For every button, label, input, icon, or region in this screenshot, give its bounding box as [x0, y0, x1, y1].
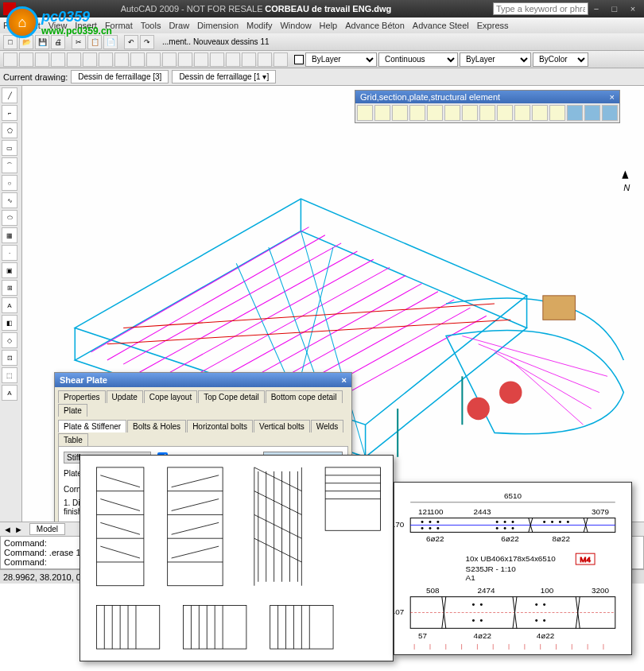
dialog-close-icon[interactable]: × [342, 375, 347, 385]
tab-bolts-holes[interactable]: Bolts & Holes [127, 420, 186, 432]
tb-icon[interactable] [210, 52, 224, 67]
tab-plate-stiffener[interactable]: Plate & Stiffener [58, 420, 126, 432]
menu-advance-beton[interactable]: Advance Béton [345, 21, 405, 30]
polyline-icon[interactable]: ⌐ [2, 105, 17, 121]
polygon-icon[interactable]: ⬠ [2, 122, 17, 138]
svg-point-98 [421, 527, 424, 529]
tb-icon[interactable] [130, 52, 145, 67]
layer-combo[interactable]: ByLayer [305, 52, 377, 67]
lineweight-combo[interactable]: ByLayer [460, 52, 531, 67]
point-icon[interactable]: · [2, 245, 17, 261]
table-icon[interactable]: ⊞ [2, 280, 17, 296]
ft-icon[interactable] [549, 105, 565, 121]
svg-text:4ø22: 4ø22 [473, 631, 491, 640]
ft-icon[interactable] [392, 105, 408, 121]
tool-icon[interactable]: ⬚ [2, 367, 17, 383]
menu-draw[interactable]: Draw [169, 21, 189, 30]
line-icon[interactable]: ╱ [2, 87, 17, 103]
svg-text:407: 407 [394, 607, 404, 616]
tb-icon[interactable] [3, 52, 17, 67]
tb-icon[interactable] [274, 52, 288, 67]
tab-table[interactable]: Table [58, 433, 88, 446]
ft-icon[interactable] [602, 105, 618, 121]
floating-toolbar[interactable]: Grid,section,plate,structural element × [355, 90, 620, 123]
tb-icon[interactable] [114, 52, 129, 67]
maximize-button[interactable]: □ [607, 4, 623, 14]
spline-icon[interactable]: ∿ [2, 192, 17, 208]
plotcolor-combo[interactable]: ByColor [533, 52, 588, 67]
linetype-combo[interactable]: Continuous [378, 52, 458, 67]
minimize-button[interactable]: − [588, 4, 604, 14]
ft-icon[interactable] [462, 105, 478, 121]
tab-bottom-cope[interactable]: Bottom cope detail [266, 390, 343, 403]
tab-vertical-bolts[interactable]: Vertical bolts [254, 420, 310, 432]
tab-properties[interactable]: Properties [58, 390, 106, 403]
ft-icon[interactable] [584, 105, 600, 121]
redo-icon[interactable]: ↷ [140, 35, 154, 49]
menu-express[interactable]: Express [477, 21, 509, 30]
close-button[interactable]: × [625, 4, 641, 14]
tb-icon[interactable] [146, 52, 161, 67]
model-tab[interactable]: Model [29, 523, 65, 535]
tb-icon[interactable] [67, 52, 81, 67]
tb-icon[interactable] [19, 52, 33, 67]
tb-icon[interactable] [83, 52, 97, 67]
tab-welds[interactable]: Welds [311, 420, 344, 432]
svg-text:508: 508 [426, 586, 440, 595]
tool-icon[interactable]: A [2, 385, 17, 401]
ft-icon[interactable] [567, 105, 583, 121]
svg-text:8ø22: 8ø22 [553, 534, 571, 543]
ft-icon[interactable] [444, 105, 460, 121]
tool-icon[interactable]: ◇ [2, 332, 17, 348]
drawing-tab[interactable]: Dessin de ferraillage [1 ▾] [172, 70, 276, 83]
ft-icon[interactable] [497, 105, 513, 121]
menu-window[interactable]: Window [280, 21, 311, 30]
arc-icon[interactable]: ⌒ [2, 157, 17, 173]
ft-icon[interactable] [409, 105, 425, 121]
drawing-tab[interactable]: Dessin de ferraillage [3] [71, 70, 169, 83]
block-icon[interactable]: ▣ [2, 262, 17, 278]
tb-icon[interactable] [242, 52, 256, 67]
svg-point-130 [472, 603, 475, 606]
tb-icon[interactable] [99, 52, 113, 67]
help-search-input[interactable] [493, 2, 588, 15]
svg-point-106 [512, 527, 514, 529]
tb-icon[interactable] [51, 52, 65, 67]
menu-help[interactable]: Help [320, 21, 338, 30]
watermark-url: www.pc0359.cn [41, 25, 112, 37]
menu-modify[interactable]: Modify [246, 21, 272, 30]
svg-point-95 [421, 521, 424, 523]
region-icon[interactable]: ◧ [2, 315, 17, 331]
ft-icon[interactable] [479, 105, 495, 121]
tb-icon[interactable] [35, 52, 49, 67]
ft-icon[interactable] [374, 105, 390, 121]
tb-icon[interactable] [226, 52, 240, 67]
undo-icon[interactable]: ↶ [124, 35, 138, 49]
tool-icon[interactable]: ⊡ [2, 350, 17, 366]
beam-drawing-overlay: 6510 170 6ø22 6ø22 8ø22 121 100 2443 307… [394, 482, 632, 655]
tab-cope-layout[interactable]: Cope layout [144, 390, 197, 403]
tab-update[interactable]: Update [107, 390, 143, 403]
tb-icon[interactable] [178, 52, 192, 67]
tab-plate[interactable]: Plate [58, 404, 87, 417]
tab-horizontal-bolts[interactable]: Horizontal bolts [187, 420, 253, 432]
menu-tools[interactable]: Tools [141, 21, 161, 30]
tb-icon[interactable] [162, 52, 177, 67]
tab-top-cope[interactable]: Top Cope detail [198, 390, 265, 403]
svg-line-16 [107, 320, 510, 343]
text-icon[interactable]: A [2, 297, 17, 313]
menu-advance-steel[interactable]: Advance Steel [413, 21, 469, 30]
tb-icon[interactable] [258, 52, 272, 67]
tb-icon[interactable] [194, 52, 208, 67]
color-swatch[interactable] [294, 55, 304, 64]
ft-icon[interactable] [514, 105, 530, 121]
floating-toolbar-close[interactable]: × [610, 92, 615, 102]
ft-icon[interactable] [532, 105, 548, 121]
circle-icon[interactable]: ○ [2, 175, 17, 191]
ft-icon[interactable] [427, 105, 443, 121]
menu-dimension[interactable]: Dimension [197, 21, 239, 30]
ellipse-icon[interactable]: ⬭ [2, 210, 17, 226]
rectangle-icon[interactable]: ▭ [2, 140, 17, 156]
ft-icon[interactable] [357, 105, 373, 121]
hatch-icon[interactable]: ▦ [2, 227, 17, 243]
